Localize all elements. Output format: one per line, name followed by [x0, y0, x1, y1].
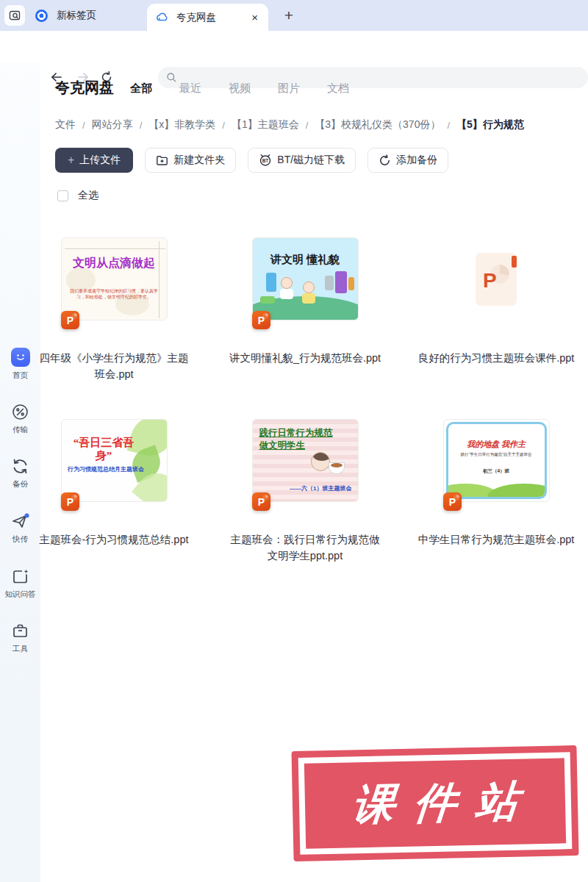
- add-backup-label: 添加备份: [396, 154, 437, 167]
- action-toolbar: + 上传文件 新建文件夹 BT BT/磁力链下载 添加备份: [55, 148, 448, 173]
- slide-subtitle: ——六（1）班主题班会: [290, 484, 351, 492]
- breadcrumb-segment[interactable]: 【x】非教学类: [148, 118, 215, 132]
- window-search-icon: [9, 10, 21, 21]
- file-name[interactable]: 讲文明懂礼貌_行为规范班会.ppt: [224, 351, 386, 367]
- select-all-label: 全选: [78, 189, 98, 202]
- bt-download-label: BT/磁力链下载: [277, 154, 345, 167]
- toolbox-icon: [0, 622, 40, 640]
- upload-file-button[interactable]: + 上传文件: [55, 148, 133, 173]
- file-name[interactable]: 中学生日常行为规范主题班会.ppt: [415, 532, 577, 548]
- kejianzhan-watermark-stamp: 课件站: [291, 745, 578, 861]
- bt-magnet-download-button[interactable]: BT BT/磁力链下载: [248, 148, 356, 173]
- tab-image[interactable]: 图片: [278, 82, 300, 96]
- ppt-thumbnail: “吾日三省吾身” 行为习惯规范总结月主题班会: [61, 419, 168, 502]
- file-card[interactable]: 讲文明 懂礼貌 P 讲文明懂礼貌_行为规范班会.ppt: [224, 237, 386, 367]
- browser-tab-strip: 新标签页 夸克网盘 × +: [0, 0, 588, 31]
- new-folder-label: 新建文件夹: [173, 154, 225, 167]
- tab-recent[interactable]: 最近: [179, 82, 201, 96]
- quark-browser-icon: [35, 10, 48, 22]
- breadcrumb-current: 【5】行为规范: [456, 118, 524, 132]
- plus-icon: +: [68, 154, 74, 167]
- backup-circle-icon: [379, 154, 391, 167]
- breadcrumb-separator: /: [140, 120, 143, 131]
- close-tab-icon[interactable]: ×: [250, 11, 259, 24]
- file-card[interactable]: 践行日常行为规范 做文明学生 ——六（1）班主题班会 P 主题班会：践行日常行为…: [224, 419, 386, 564]
- ppt-thumbnail: 文明从点滴做起 我们要养成遵守学校纪律的好习惯，要认真学习，和睦相处，做文明守纪…: [61, 237, 168, 320]
- page-title: 夸克网盘: [55, 78, 114, 98]
- file-name[interactable]: 良好的行为习惯主题班会课件.ppt: [415, 351, 577, 367]
- tab-all[interactable]: 全部: [130, 82, 152, 96]
- ppt-badge: P: [252, 492, 270, 511]
- stamp-text: 课件站: [350, 772, 540, 833]
- folder-plus-icon: [156, 154, 168, 167]
- ppt-thumbnail: 讲文明 懂礼貌: [252, 237, 359, 320]
- tab-search-button[interactable]: [4, 5, 25, 26]
- file-card[interactable]: P 良好的行为习惯主题班会课件.ppt: [415, 237, 577, 367]
- svg-text:BT: BT: [262, 158, 269, 163]
- ppt-badge: P: [443, 492, 462, 511]
- upload-file-label: 上传文件: [79, 154, 121, 167]
- file-card[interactable]: 文明从点滴做起 我们要养成遵守学校纪律的好习惯，要认真学习，和睦相处，做文明守纪…: [33, 237, 195, 382]
- slide-title: 讲文明 懂礼貌: [253, 253, 358, 267]
- tab-video[interactable]: 视频: [229, 82, 251, 96]
- sidebar-label: 知识问答: [1, 589, 40, 599]
- breadcrumb-segment[interactable]: 【1】主题班会: [232, 118, 299, 132]
- ppt-badge: P: [61, 492, 79, 511]
- file-name[interactable]: 主题班会：践行日常行为规范做文明学生ppt.ppt: [224, 532, 386, 564]
- ppt-thumbnail: 践行日常行为规范 做文明学生 ——六（1）班主题班会: [252, 419, 359, 502]
- tab-document[interactable]: 文档: [327, 82, 349, 96]
- slide-title: 我的地盘 我作主: [448, 439, 545, 450]
- browser-tab-newtab[interactable]: 新标签页: [29, 0, 140, 31]
- browser-tab-quark-drive[interactable]: 夸克网盘 ×: [147, 4, 268, 31]
- slide-title: “吾日三省吾身”: [66, 436, 142, 462]
- breadcrumb-separator: /: [222, 120, 225, 131]
- ppt-badge: P: [252, 311, 270, 329]
- tab-title: 新标签页: [57, 9, 96, 22]
- ppt-file-icon: P: [443, 237, 550, 320]
- browser-toolbar: [0, 31, 588, 62]
- breadcrumb-separator: /: [306, 120, 309, 131]
- file-card[interactable]: “吾日三省吾身” 行为习惯规范总结月主题班会 P 主题班会-行为习惯规范总结.p…: [33, 419, 195, 548]
- select-all-row: 全选: [57, 189, 98, 202]
- file-card[interactable]: 我的地盘 我作主 践行“学生日常行为规范”自主于主题班会 初三（4）班 P 中学…: [415, 419, 577, 548]
- breadcrumb-separator: /: [447, 120, 450, 131]
- sidebar-item-tools[interactable]: 工具: [0, 622, 40, 654]
- new-tab-button[interactable]: +: [276, 0, 301, 31]
- breadcrumb: 文件 / 网站分享 / 【x】非教学类 / 【1】主题班会 / 【3】校规礼仪类…: [55, 118, 524, 132]
- breadcrumb-segment[interactable]: 网站分享: [92, 118, 133, 132]
- knowledge-qa-icon: [0, 567, 40, 586]
- slide-subtitle: 践行“学生日常行为规范”自主于主题班会: [451, 452, 542, 457]
- file-name[interactable]: 四年级《小学生行为规范》主题班会.ppt: [33, 351, 195, 382]
- breadcrumb-segment[interactable]: 【3】校规礼仪类（370份）: [315, 118, 440, 132]
- bt-download-icon: BT: [259, 154, 272, 167]
- sidebar-label: 工具: [1, 643, 40, 653]
- ppt-badge: P: [61, 311, 79, 329]
- tab-title: 夸克网盘: [176, 11, 243, 24]
- quark-cloud-icon: [156, 11, 169, 24]
- slide-footer: 初三（4）班: [448, 468, 545, 475]
- breadcrumb-separator: /: [82, 120, 85, 131]
- new-folder-button[interactable]: 新建文件夹: [145, 148, 236, 173]
- ppt-thumbnail: 我的地盘 我作主 践行“学生日常行为规范”自主于主题班会 初三（4）班: [443, 419, 550, 502]
- slide-subtitle: 行为习惯规范总结月主题班会: [63, 465, 149, 473]
- slide-title: 践行日常行为规范 做文明学生: [259, 427, 333, 452]
- breadcrumb-segment[interactable]: 文件: [55, 118, 76, 132]
- slide-body-text: 我们要养成遵守学校纪律的好习惯，要认真学习，和睦相处，做文明守纪的好学生。: [69, 288, 159, 300]
- file-name[interactable]: 主题班会-行为习惯规范总结.ppt: [33, 532, 195, 548]
- slide-title: 文明从点滴做起: [62, 256, 167, 271]
- add-backup-button[interactable]: 添加备份: [368, 148, 448, 173]
- filter-tabs: 全部 最近 视频 图片 文档: [130, 82, 349, 96]
- select-all-checkbox[interactable]: [57, 190, 68, 201]
- sidebar-item-knowledge-qa[interactable]: 知识问答: [0, 567, 40, 600]
